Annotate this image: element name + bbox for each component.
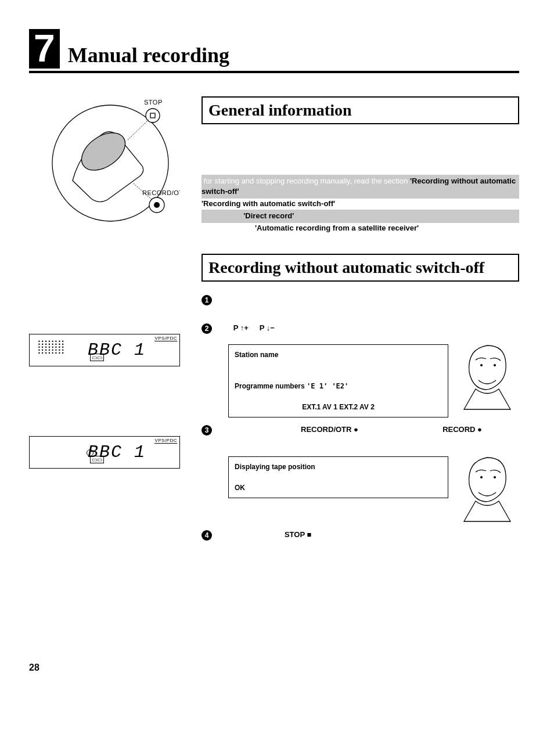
bullet-3: 3 bbox=[202, 425, 212, 435]
section-title-recording: Recording without automatic switch-off bbox=[202, 254, 519, 282]
record-otr-label: RECORD/OTR bbox=[142, 189, 180, 196]
face-illustration-2 bbox=[455, 452, 519, 527]
ref-row-2: 'Recording with automatic switch-off' bbox=[202, 199, 519, 210]
vpspdc-indicator: VPS/PDC bbox=[154, 336, 177, 341]
vcr-display-1: VPS/PDC ••••••••••••••••••••••••••••••••… bbox=[29, 334, 180, 366]
ref-row-1: for starting and stopping recording manu… bbox=[202, 175, 519, 199]
chapter-number: 7 bbox=[29, 29, 60, 69]
intro-text: Use 'Manual recording' to make a spontan… bbox=[202, 137, 519, 170]
chapter-title: Manual recording bbox=[68, 43, 229, 69]
lcd-channel: BBC 1 bbox=[88, 442, 146, 462]
bullet-1: 1 bbox=[202, 295, 212, 305]
hint-box-tape-position: Displaying tape position — during record… bbox=[228, 456, 448, 498]
chapter-header: 7 Manual recording bbox=[29, 29, 519, 73]
step-1: 1 Insert a cassette. bbox=[202, 294, 519, 305]
ref-row-3: 'Direct record' bbox=[202, 210, 519, 223]
bullet-4: 4 bbox=[202, 530, 212, 541]
svg-point-6 bbox=[154, 202, 160, 208]
lcd-channel: BBC 1 bbox=[88, 340, 146, 360]
hint-box-station: Station name is shown on the display if … bbox=[228, 344, 448, 417]
bargraph-icon: •••••••••••••••••••••••••••••••••••••••• bbox=[38, 340, 65, 355]
vcr-display-2: VPS/PDC ▭▭ BBC 1 bbox=[29, 436, 180, 469]
svg-point-9 bbox=[494, 364, 496, 366]
face-illustration-1 bbox=[455, 340, 519, 415]
vpspdc-indicator: VPS/PDC bbox=[154, 438, 177, 444]
remote-illustration: STOP RECORD/OTR bbox=[41, 96, 180, 227]
step-2: 2 Use P ↑+ or P ↓− to select the program… bbox=[202, 323, 519, 334]
ref-row-4: 'Automatic recording from a satellite re… bbox=[202, 223, 519, 234]
svg-line-4 bbox=[128, 120, 149, 140]
section-title-general-info: General information bbox=[202, 96, 519, 124]
page-number: 28 bbox=[29, 663, 519, 673]
step-3: 3 To start recording, press RECORD/OTR ●… bbox=[202, 424, 519, 447]
svg-point-8 bbox=[480, 364, 483, 366]
step-4: 4 Stop recording with STOP ■. bbox=[202, 530, 519, 541]
svg-point-10 bbox=[480, 476, 483, 478]
bullet-2: 2 bbox=[202, 323, 212, 334]
stop-label: STOP bbox=[144, 99, 163, 106]
svg-point-11 bbox=[494, 476, 496, 478]
